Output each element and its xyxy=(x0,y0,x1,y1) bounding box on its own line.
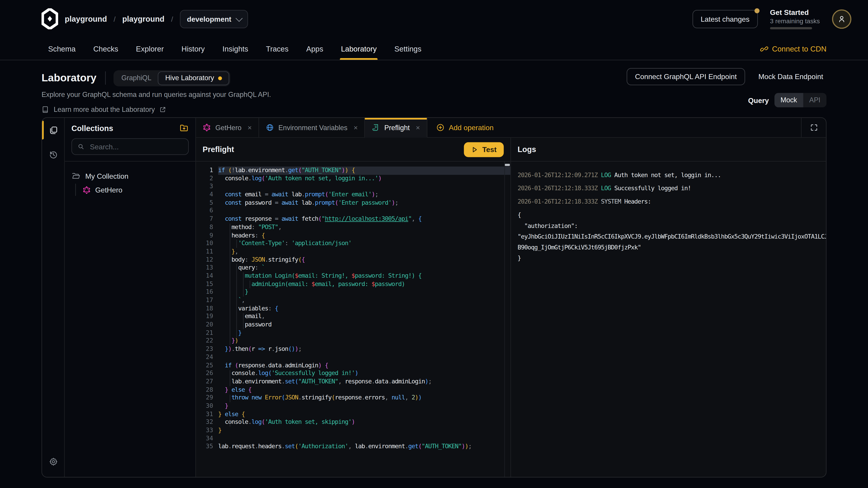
code-line[interactable]: 8 method: "POST", xyxy=(196,223,510,232)
code-line[interactable]: 34 xyxy=(196,435,510,443)
logs-output[interactable]: 2026-01-26T12:12:09.271Z LOG Auth token … xyxy=(511,162,826,477)
tab-close-icon[interactable]: × xyxy=(416,123,420,132)
code-line[interactable]: 13 query: ` xyxy=(196,264,510,272)
preflight-code-editor[interactable]: 1if (!lab.environment.get("AUTH_TOKEN"))… xyxy=(196,162,510,477)
code-line[interactable]: 2 console.log('Auth token not set, loggi… xyxy=(196,175,510,183)
mock-endpoint-button[interactable]: Mock Data Endpoint xyxy=(755,72,827,81)
code-line[interactable]: 24 xyxy=(196,353,510,361)
nav-item-laboratory[interactable]: Laboratory xyxy=(334,38,383,60)
add-operation-label: Add operation xyxy=(449,123,493,132)
nav-item-history[interactable]: History xyxy=(175,38,211,60)
code-line[interactable]: 22 }) xyxy=(196,337,510,346)
collections-rail-button[interactable] xyxy=(42,118,65,142)
latest-changes-button[interactable]: Latest changes xyxy=(692,10,758,28)
nav-item-traces[interactable]: Traces xyxy=(259,38,295,60)
code-line-content: `, xyxy=(218,297,510,305)
tab-preflight[interactable]: Preflight× xyxy=(365,118,427,138)
code-line[interactable]: 10 'Content-Type': 'application/json' xyxy=(196,240,510,248)
history-rail-button[interactable] xyxy=(42,142,65,166)
search-input[interactable] xyxy=(89,142,183,151)
toggle-hive-laboratory[interactable]: Hive Laboratory xyxy=(158,71,229,85)
code-line[interactable]: 12 body: JSON.stringify({ xyxy=(196,256,510,264)
get-started-widget[interactable]: Get Started 3 remaining tasks xyxy=(770,8,820,29)
code-line[interactable]: 35lab.request.headers.set('Authorization… xyxy=(196,443,510,451)
tab-close-icon[interactable]: × xyxy=(248,123,252,132)
code-line[interactable]: 7 const response = await fetch("http://l… xyxy=(196,215,510,223)
collections-search[interactable] xyxy=(71,138,189,155)
fullscreen-button[interactable] xyxy=(801,118,826,137)
code-line[interactable]: 31} else { xyxy=(196,410,510,418)
code-line[interactable]: 32 console.log('Auth token set, skipping… xyxy=(196,418,510,427)
code-line[interactable]: 30 } xyxy=(196,402,510,410)
connect-to-cdn-link[interactable]: Connect to CDN xyxy=(760,44,827,53)
nav-item-checks[interactable]: Checks xyxy=(87,38,125,60)
connect-endpoint-button[interactable]: Connect GraphQL API Endpoint xyxy=(627,68,745,85)
code-line[interactable]: 18 variables: { xyxy=(196,305,510,313)
code-line[interactable]: 1if (!lab.environment.get("AUTH_TOKEN"))… xyxy=(196,166,510,175)
left-rail xyxy=(42,118,65,477)
breadcrumb-org[interactable]: playground xyxy=(65,14,107,23)
indent-guide xyxy=(230,394,230,402)
code-line-content xyxy=(218,207,510,215)
code-line[interactable]: 6 xyxy=(196,207,510,215)
code-line[interactable]: 26 console.log('Successfully logged in!'… xyxy=(196,369,510,378)
code-line[interactable]: 3 xyxy=(196,183,510,191)
log-message: Auth token not set, loggin in... xyxy=(614,171,721,179)
line-number: 13 xyxy=(196,264,218,272)
code-line-content xyxy=(218,183,510,191)
nav-item-apps[interactable]: Apps xyxy=(300,38,330,60)
folder-open-icon xyxy=(71,171,80,180)
code-line-content: password xyxy=(218,321,510,329)
code-line[interactable]: 11 }, xyxy=(196,248,510,256)
line-number: 5 xyxy=(196,199,218,207)
breadcrumb-separator: / xyxy=(114,15,116,23)
line-number: 29 xyxy=(196,394,218,402)
line-number: 35 xyxy=(196,443,218,451)
line-number: 11 xyxy=(196,248,218,256)
line-number: 15 xyxy=(196,281,218,289)
nav-item-schema[interactable]: Schema xyxy=(41,38,82,60)
nav-item-insights[interactable]: Insights xyxy=(216,38,255,60)
line-number: 4 xyxy=(196,191,218,199)
code-line[interactable]: 17 `, xyxy=(196,297,510,305)
code-line[interactable]: 27 lab.environment.set("AUTH_TOKEN", res… xyxy=(196,378,510,386)
code-line[interactable]: 25 if (response.data.adminLogin) { xyxy=(196,361,510,369)
test-button[interactable]: Test xyxy=(464,142,504,157)
settings-rail-button[interactable] xyxy=(42,449,65,474)
toggle-graphiql[interactable]: GraphiQL xyxy=(115,71,158,85)
mode-option-api[interactable]: API xyxy=(803,93,827,107)
code-line[interactable]: 28 } else { xyxy=(196,386,510,394)
target-selector[interactable]: development xyxy=(180,10,248,28)
hive-logo-icon[interactable] xyxy=(41,8,58,29)
code-line[interactable]: 5 const password = await lab.prompt('Ent… xyxy=(196,199,510,207)
tab-environment-variables[interactable]: Environment Variables× xyxy=(259,118,365,137)
primary-nav: SchemaChecksExplorerHistoryInsightsTrace… xyxy=(0,38,868,60)
user-avatar[interactable] xyxy=(832,9,851,29)
collection-folder-my-collection[interactable]: My Collection xyxy=(71,169,195,183)
code-line[interactable]: 33} xyxy=(196,427,510,435)
code-line[interactable]: 4 const email = await lab.prompt('Enter … xyxy=(196,191,510,199)
collection-item-gethero[interactable]: GetHero xyxy=(83,183,195,197)
code-line[interactable]: 21 } xyxy=(196,329,510,337)
editor-scrollbar-thumb[interactable] xyxy=(505,164,510,166)
mode-option-mock[interactable]: Mock xyxy=(774,93,803,107)
code-line-content: if (response.data.adminLogin) { xyxy=(218,361,510,369)
code-line-content xyxy=(218,435,510,443)
tab-close-icon[interactable]: × xyxy=(353,123,358,132)
breadcrumb-project[interactable]: playground xyxy=(122,14,164,23)
nav-item-settings[interactable]: Settings xyxy=(388,38,428,60)
line-number: 2 xyxy=(196,175,218,183)
code-line[interactable]: 9 headers: { xyxy=(196,232,510,240)
new-collection-folder-plus-icon[interactable] xyxy=(179,123,189,133)
nav-item-explorer[interactable]: Explorer xyxy=(129,38,170,60)
line-number: 31 xyxy=(196,410,218,418)
editor-scrollbar[interactable] xyxy=(504,162,510,477)
code-line-content: headers: { xyxy=(218,232,510,240)
globe-icon xyxy=(266,123,274,132)
add-operation-button[interactable]: Add operation xyxy=(427,118,502,137)
code-line-content: lab.environment.set("AUTH_TOKEN", respon… xyxy=(218,378,510,386)
log-level: LOG xyxy=(601,185,614,192)
code-line[interactable]: 29 throw new Error(JSON.stringify(respon… xyxy=(196,394,510,402)
code-line[interactable]: 23 }).then(r => r.json()); xyxy=(196,345,510,353)
tab-gethero[interactable]: GetHero× xyxy=(196,118,259,137)
